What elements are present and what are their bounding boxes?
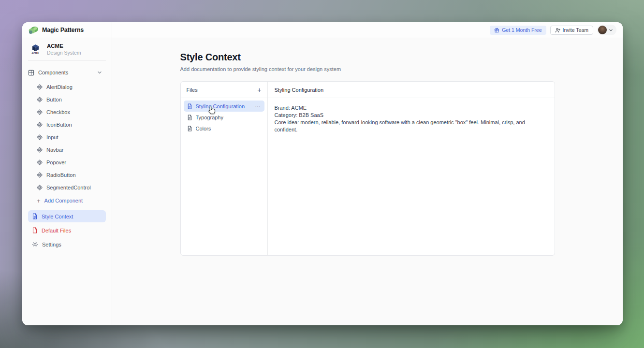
workspace-subtitle: Design System — [47, 50, 81, 56]
get-month-free-label: Get 1 Month Free — [502, 27, 542, 33]
file-row[interactable]: Typography ⋯ — [184, 112, 264, 123]
component-label: Input — [46, 134, 58, 140]
component-icon — [37, 134, 43, 140]
sidebar-item-default-files[interactable]: Default Files — [28, 224, 106, 236]
file-name: Colors — [196, 126, 211, 131]
workspace-switcher[interactable]: ACME ACME Design System — [28, 43, 106, 56]
component-label: Popover — [46, 160, 66, 165]
component-icon — [37, 84, 43, 90]
detail-line: Category: B2B SaaS — [275, 112, 548, 119]
main-area: Get 1 Month Free Invite Team — [112, 22, 623, 325]
component-icon — [37, 172, 43, 178]
file-name: Typography — [196, 115, 223, 120]
file-text-icon — [187, 126, 192, 131]
page-subtitle: Add documentation to provide styling con… — [180, 66, 555, 72]
component-label: RadioButton — [46, 172, 76, 178]
sidebar-component-item[interactable]: RadioButton — [28, 169, 106, 181]
detail-column: Styling Configuration Brand: ACME Catego… — [268, 82, 555, 255]
get-month-free-button[interactable]: Get 1 Month Free — [490, 26, 546, 35]
brand-header[interactable]: Magic Patterns — [22, 22, 112, 38]
sidebar-item-label: Default Files — [42, 228, 71, 233]
ellipsis-icon[interactable]: ⋯ — [255, 103, 261, 109]
file-name: Styling Configuration — [196, 103, 245, 109]
sidebar-item-settings[interactable]: Settings — [28, 238, 106, 250]
files-column: Files + — [181, 82, 268, 255]
add-component-button[interactable]: + Add Component — [28, 194, 106, 207]
gift-icon — [494, 28, 499, 33]
sidebar-component-item[interactable]: Input — [28, 131, 106, 144]
magic-patterns-logo-icon — [29, 26, 39, 34]
sidebar: Magic Patterns ACME ACME — [22, 22, 112, 325]
sidebar-item-label: Settings — [42, 242, 61, 247]
files-header-label: Files — [187, 87, 198, 93]
sidebar-component-item[interactable]: Checkbox — [28, 106, 106, 118]
file-row[interactable]: Styling Configuration ⋯ — [184, 101, 264, 112]
workspace-logo: ACME — [28, 44, 43, 55]
content: Style Context Add documentation to provi… — [112, 38, 623, 325]
sidebar-component-item[interactable]: SegmentedControl — [28, 181, 106, 194]
gear-icon — [32, 241, 38, 247]
avatar — [598, 26, 607, 34]
topbar: Get 1 Month Free Invite Team — [112, 22, 623, 38]
workspace-logo-text: ACME — [31, 52, 39, 55]
plus-icon: + — [37, 198, 41, 204]
file-list: Styling Configuration ⋯ — [181, 98, 267, 136]
sidebar-item-label: Style Context — [42, 214, 73, 219]
file-text-icon — [187, 115, 192, 120]
sidebar-component-item[interactable]: IconButton — [28, 118, 106, 131]
component-icon — [37, 160, 43, 165]
sidebar-component-item[interactable]: Popover — [28, 156, 106, 169]
sidebar-component-item[interactable]: Button — [28, 93, 106, 106]
component-label: AlertDialog — [46, 84, 73, 90]
file-icon — [32, 227, 38, 233]
app-window: Magic Patterns ACME ACME — [22, 22, 623, 325]
sidebar-component-item[interactable]: Navbar — [28, 144, 106, 156]
component-label: Checkbox — [46, 109, 70, 115]
file-row[interactable]: Colors ⋯ — [184, 123, 264, 134]
sidebar-item-style-context[interactable]: Style Context — [28, 210, 106, 222]
add-file-button[interactable]: + — [257, 87, 261, 93]
page-title: Style Context — [180, 52, 555, 63]
components-label: Components — [38, 70, 68, 75]
add-component-label: Add Component — [44, 198, 83, 203]
component-icon — [37, 147, 43, 153]
sidebar-body: ACME ACME Design System Co — [22, 38, 112, 325]
brand-name: Magic Patterns — [42, 27, 84, 33]
file-text-icon — [32, 213, 38, 219]
component-label: Navbar — [46, 147, 63, 153]
account-menu[interactable] — [597, 25, 616, 35]
grid-icon — [28, 70, 34, 76]
files-header: Files + — [181, 82, 267, 98]
sidebar-component-item[interactable]: AlertDialog — [28, 81, 106, 93]
components-section-toggle[interactable]: Components — [28, 68, 106, 77]
component-icon — [37, 97, 43, 102]
file-text-icon — [187, 103, 192, 109]
component-label: IconButton — [46, 122, 72, 128]
component-icon — [37, 122, 43, 128]
detail-body[interactable]: Brand: ACME Category: B2B SaaS Core idea… — [268, 98, 555, 139]
chevron-down-icon — [609, 28, 613, 32]
sidebar-nav: Style Context Default Files — [28, 210, 106, 250]
component-icon — [37, 185, 43, 190]
detail-line: Brand: ACME — [275, 104, 548, 112]
detail-header: Styling Configuration — [268, 82, 555, 98]
invite-team-label: Invite Team — [563, 27, 589, 33]
component-icon — [37, 109, 43, 115]
invite-team-button[interactable]: Invite Team — [550, 26, 594, 35]
divider — [28, 60, 106, 61]
gradient-background: Magic Patterns ACME ACME — [0, 0, 644, 348]
style-context-panel: Files + — [180, 81, 555, 256]
component-list: AlertDialog — [28, 81, 106, 194]
workspace-name: ACME — [47, 43, 81, 49]
detail-line: Core idea: modern, reliable, forward-loo… — [275, 119, 548, 133]
chevron-down-icon — [97, 70, 102, 75]
component-label: SegmentedControl — [46, 185, 91, 190]
component-label: Button — [46, 97, 62, 102]
user-plus-icon — [555, 28, 560, 33]
